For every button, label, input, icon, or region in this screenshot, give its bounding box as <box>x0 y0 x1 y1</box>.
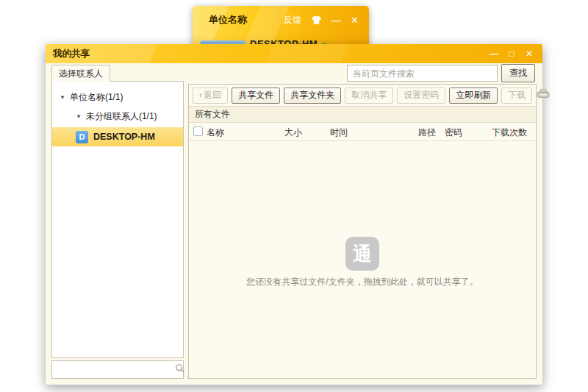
share-file-button[interactable]: 共享文件 <box>232 88 280 104</box>
printer-icon[interactable] <box>536 88 551 103</box>
background-close-button[interactable]: ✕ <box>351 15 359 25</box>
table-header-row: 名称 大小 时间 路径 密码 下载次数 <box>189 123 536 141</box>
empty-state-message: 您还没有共享过文件/文件夹，拖拽到此处，就可以共享了。 <box>246 276 478 288</box>
contact-tree-panel: ▼ 单位名称(1/1) ▼ 未分组联系人(1/1) D DESKTOP-HM <box>51 81 184 358</box>
tree-item-ungrouped[interactable]: ▼ 未分组联系人(1/1) <box>52 107 183 126</box>
contact-search-input[interactable] <box>52 361 175 378</box>
background-window-titlebar: 单位名称 反馈 — ✕ <box>193 6 369 26</box>
tab-select-contacts[interactable]: 选择联系人 <box>51 65 110 82</box>
column-size[interactable]: 大小 <box>284 126 302 139</box>
search-icon <box>175 363 185 377</box>
refresh-button[interactable]: 立即刷新 <box>449 88 498 104</box>
background-window-title: 单位名称 <box>209 13 247 26</box>
share-content-panel: ‹返回 共享文件 共享文件夹 取消共享 设置密码 立即刷新 下载 所有文件 名称… <box>188 84 537 379</box>
maximize-button[interactable]: □ <box>506 49 517 59</box>
chevron-left-icon: ‹ <box>199 89 202 100</box>
file-search-input[interactable] <box>347 65 498 82</box>
toolbar: ‹返回 共享文件 共享文件夹 取消共享 设置密码 立即刷新 下载 <box>189 85 536 107</box>
column-name[interactable]: 名称 <box>207 126 224 139</box>
minimize-button[interactable]: — <box>488 49 500 59</box>
tree-item-unit[interactable]: ▼ 单位名称(1/1) <box>52 88 183 107</box>
find-button[interactable]: 查找 <box>501 64 535 82</box>
select-all-checkbox[interactable] <box>193 126 203 136</box>
tree-item-contact-selected[interactable]: D DESKTOP-HM <box>52 127 183 146</box>
contact-name: DESKTOP-HM <box>93 132 155 142</box>
my-share-window: 我的共享 — □ ✕ 选择联系人 ▼ 单位名称(1/1) ▼ 未分组联系人(1/… <box>46 44 542 385</box>
background-minimize-button[interactable]: — <box>331 15 341 25</box>
share-folder-button[interactable]: 共享文件夹 <box>284 88 341 104</box>
contact-avatar: D <box>76 131 88 143</box>
window-title: 我的共享 <box>53 48 90 60</box>
download-button[interactable]: 下载 <box>501 88 532 104</box>
feedback-link[interactable]: 反馈 <box>284 14 301 26</box>
close-button[interactable]: ✕ <box>523 49 535 59</box>
back-button[interactable]: ‹返回 <box>193 88 228 104</box>
column-path[interactable]: 路径 <box>418 126 436 139</box>
titlebar[interactable]: 我的共享 — □ ✕ <box>46 44 542 63</box>
empty-file-list-dropzone[interactable]: 通 您还没有共享过文件/文件夹，拖拽到此处，就可以共享了。 <box>189 141 536 378</box>
app-logo-icon: 通 <box>345 237 379 271</box>
expand-arrow-icon[interactable]: ▼ <box>76 113 82 120</box>
contact-search-box[interactable] <box>51 360 184 379</box>
all-files-section-label: 所有文件 <box>189 107 536 123</box>
set-password-button[interactable]: 设置密码 <box>397 88 445 104</box>
cancel-share-button[interactable]: 取消共享 <box>345 88 393 104</box>
column-time[interactable]: 时间 <box>330 126 348 139</box>
tree-item-label: 单位名称(1/1) <box>70 91 123 104</box>
theme-shirt-icon[interactable] <box>311 15 322 25</box>
column-download-count[interactable]: 下载次数 <box>492 126 527 139</box>
expand-arrow-icon[interactable]: ▼ <box>60 94 65 101</box>
column-password[interactable]: 密码 <box>445 126 462 139</box>
tree-item-label: 未分组联系人(1/1) <box>86 110 157 123</box>
